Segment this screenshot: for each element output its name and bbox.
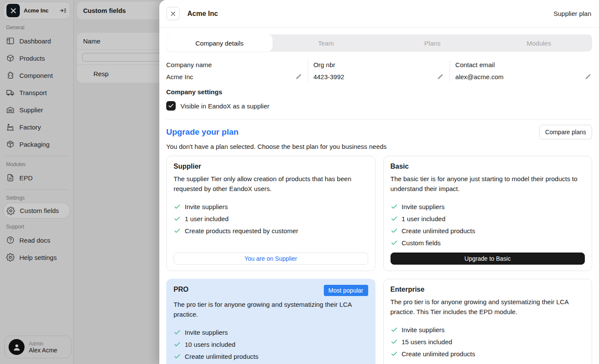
plan-feature: Invite suppliers	[174, 329, 368, 336]
plan-feature: Create products requested by customer	[174, 227, 368, 234]
check-icon	[391, 350, 398, 358]
plan-feature: Invite suppliers	[391, 203, 585, 210]
company-fields: Company name Acme Inc Org nbr 4423-3992 …	[166, 60, 592, 81]
current-plan-button[interactable]: You are on Supplier	[174, 253, 368, 265]
upgrade-subtitle: You don't have a plan selected. Choose t…	[166, 143, 592, 150]
company-settings-heading: Company settings	[166, 88, 592, 96]
plan-card-supplier: Supplier The supplier Tier only allow cr…	[166, 156, 376, 271]
drawer-body: Company details Team Plans Modules Compa…	[159, 28, 599, 364]
most-popular-badge: Most popular	[324, 285, 368, 296]
tab-team[interactable]: Team	[273, 34, 379, 52]
plan-feature: Create unlimited products	[391, 227, 585, 234]
check-icon	[391, 326, 398, 333]
field-label: Company name	[166, 61, 302, 68]
plan-feature: 1 user included	[174, 215, 368, 222]
edit-org-nbr-icon[interactable]	[437, 74, 444, 80]
check-icon	[391, 227, 398, 234]
close-button[interactable]	[166, 7, 180, 20]
plan-description: The pro tier is for anyone growing and s…	[174, 300, 368, 319]
upgrade-heading: Upgrade your plan	[166, 127, 239, 137]
plan-feature: Invite suppliers	[174, 203, 368, 210]
tab-bar: Company details Team Plans Modules	[166, 34, 592, 52]
plan-feature: 1 user included	[391, 215, 585, 222]
plan-card-pro: PRO Most popular The pro tier is for any…	[166, 279, 376, 364]
check-icon	[174, 341, 181, 348]
plan-feature: Invite suppliers	[391, 326, 585, 333]
field-company-name: Company name Acme Inc	[166, 60, 308, 81]
check-icon	[391, 215, 398, 222]
visible-supplier-checkbox[interactable]	[166, 101, 176, 111]
plan-feature: Create unlimited products	[174, 353, 368, 360]
supplier-visibility-setting: Visible in EandoX as a supplier	[166, 101, 592, 112]
field-contact-email: Contact email alex@acme.com	[450, 60, 592, 81]
check-icon	[174, 227, 181, 234]
drawer-title: Acme Inc	[187, 10, 218, 18]
edit-contact-email-icon[interactable]	[584, 74, 591, 80]
upgrade-to-basic-button[interactable]: Upgrade to Basic	[391, 253, 585, 265]
check-icon	[174, 215, 181, 222]
plan-card-enterprise: Enterprise The pro tier is for anyone gr…	[383, 279, 593, 364]
plan-description: The basic tier is for anyone just starti…	[391, 174, 585, 194]
plan-feature: 10 users included	[174, 341, 368, 348]
plan-name: Enterprise	[391, 285, 425, 293]
field-label: Contact email	[455, 61, 591, 68]
close-icon	[170, 11, 176, 17]
plan-name: PRO	[174, 285, 189, 293]
field-value: 4423-3992	[313, 73, 345, 80]
plan-name: Supplier	[174, 162, 201, 170]
compare-plans-button[interactable]: Compare plans	[539, 125, 592, 139]
check-icon	[174, 329, 181, 336]
drawer-header: Acme Inc Supplier plan	[159, 0, 599, 28]
check-icon	[174, 353, 181, 360]
edit-company-name-icon[interactable]	[295, 74, 302, 80]
plan-feature: Custom fields	[391, 239, 585, 247]
plan-feature: Create unlimited products	[391, 350, 585, 358]
plan-description: The pro tier is for anyone growing and s…	[391, 297, 585, 317]
plan-card-basic: Basic The basic tier is for anyone just …	[383, 156, 593, 271]
tab-company-details[interactable]: Company details	[166, 34, 273, 52]
tab-plans[interactable]: Plans	[379, 34, 486, 52]
company-drawer: Acme Inc Supplier plan Company details T…	[159, 0, 599, 364]
check-icon	[391, 239, 398, 247]
check-icon	[391, 338, 398, 345]
field-value: alex@acme.com	[455, 73, 503, 80]
plan-name: Basic	[391, 162, 409, 170]
plan-feature: 15 users included	[391, 338, 585, 345]
field-label: Org nbr	[313, 61, 444, 68]
plan-description: The supplier Tier only allow creation of…	[174, 174, 368, 194]
check-icon	[391, 203, 398, 210]
check-icon	[168, 103, 174, 109]
divider	[166, 119, 592, 120]
plan-cards: Supplier The supplier Tier only allow cr…	[166, 156, 592, 364]
field-org-nbr: Org nbr 4423-3992	[308, 60, 450, 81]
checkbox-label: Visible in EandoX as a supplier	[180, 102, 270, 110]
field-value: Acme Inc	[166, 73, 193, 80]
check-icon	[174, 203, 181, 210]
tab-modules[interactable]: Modules	[486, 34, 592, 52]
current-plan-label: Supplier plan	[553, 10, 592, 17]
